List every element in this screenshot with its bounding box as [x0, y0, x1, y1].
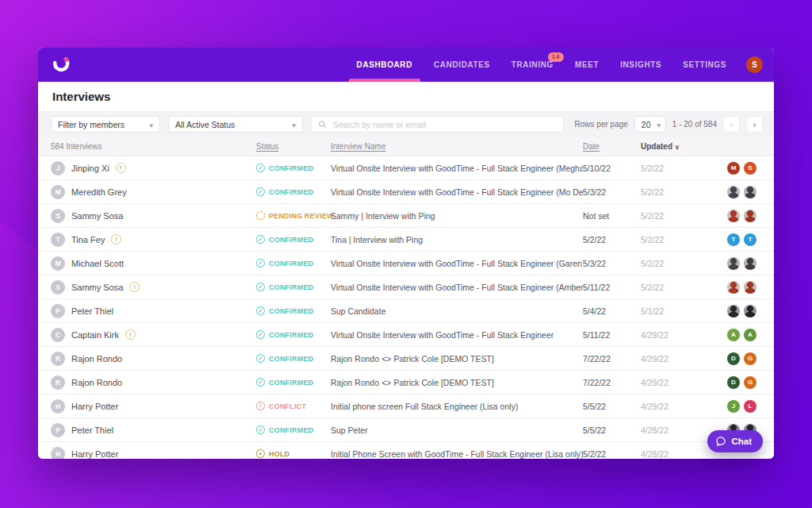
status-cell: CONFIRMED — [256, 283, 331, 291]
interviewer-avatars: J L — [716, 400, 756, 413]
nav-item[interactable]: CANDIDATES — [434, 48, 490, 82]
status-icon — [256, 354, 265, 363]
updated-date: 5/2/22 — [641, 283, 716, 292]
status-icon — [256, 211, 265, 220]
interviewer-avatars — [716, 186, 756, 198]
search-input[interactable] — [331, 119, 557, 130]
status-cell: CONFIRMED — [256, 164, 331, 172]
warning-icon — [111, 234, 121, 244]
interviewer-avatars: D G — [716, 352, 756, 365]
table-row[interactable]: M Michael Scott CONFIRMED Virtual Onsite… — [38, 252, 774, 275]
chat-button[interactable]: Chat — [707, 430, 763, 452]
status-label: PENDING REVIEW — [269, 212, 334, 220]
interview-name: Initial phone screen Full Stack Engineer… — [331, 402, 583, 411]
column-header-date[interactable]: Date — [583, 142, 641, 151]
table-row[interactable]: T Tina Fey CONFIRMED Tina | Interview wi… — [38, 228, 774, 252]
warning-icon — [125, 329, 136, 340]
candidate-name: Sammy Sosa — [71, 211, 123, 221]
nav-item[interactable]: MEET — [575, 48, 599, 82]
status-label: CONFIRMED — [269, 188, 313, 196]
interview-name: Sup Peter — [331, 425, 583, 435]
interview-name: Tina | Interview with Ping — [331, 235, 583, 244]
interview-date: 5/2/22 — [583, 449, 641, 459]
nav-item[interactable]: INSIGHTS — [620, 48, 661, 82]
interview-date: 5/10/22 — [583, 164, 641, 173]
updated-date: 5/2/22 — [641, 235, 716, 244]
table-row[interactable]: S Sammy Sosa PENDING REVIEW Sammy | Inte… — [38, 204, 774, 228]
user-avatar[interactable]: S — [746, 56, 763, 73]
interview-name: Virtual Onsite Interview with GoodTime -… — [331, 330, 583, 340]
status-label: CONFIRMED — [269, 260, 313, 267]
status-icon — [256, 283, 265, 291]
status-cell: CONFIRMED — [256, 378, 331, 387]
next-page-button[interactable]: › — [746, 116, 763, 133]
status-label: CONFIRMED — [269, 307, 313, 315]
table-row[interactable]: M Meredith Grey CONFIRMED Virtual Onsite… — [38, 180, 774, 204]
notification-badge: 14 — [548, 52, 564, 62]
candidate-avatar: P — [51, 304, 65, 318]
interviewer-avatar — [727, 186, 740, 198]
table-row[interactable]: R Rajon Rondo CONFIRMED Rajon Rondo <> P… — [38, 371, 774, 394]
interview-name: Initial Phone Screen with GoodTime - Ful… — [331, 449, 583, 459]
status-cell: CONFIRMED — [256, 235, 331, 244]
nav-item-label: MEET — [575, 60, 599, 69]
column-header-interview-name[interactable]: Interview Name — [331, 142, 583, 151]
table-row[interactable]: H Harry Potter CONFLICT Initial phone sc… — [38, 394, 774, 418]
interviewer-avatar — [727, 305, 740, 318]
rows-per-page-select[interactable]: 20 — [634, 116, 666, 133]
table-row[interactable]: C Captain Kirk CONFIRMED Virtual Onsite … — [38, 323, 774, 347]
nav-item[interactable]: TRAINING 14 — [511, 48, 553, 82]
updated-date: 5/2/22 — [641, 164, 716, 173]
updated-date: 4/29/22 — [641, 354, 716, 364]
nav-menu: DASHBOARD CANDIDATES TRAINING 14 MEET — [357, 48, 726, 82]
table-row[interactable]: R Rajon Rondo CONFIRMED Rajon Rondo <> P… — [38, 347, 774, 371]
column-header-updated[interactable]: Updated — [641, 142, 716, 151]
interview-date: 5/3/22 — [583, 187, 641, 197]
column-header-status[interactable]: Status — [256, 142, 331, 151]
table-row[interactable]: S Sammy Sosa CONFIRMED Virtual Onsite In… — [38, 275, 774, 299]
updated-date: 4/29/22 — [641, 378, 716, 387]
candidate-avatar: H — [51, 447, 65, 460]
status-cell: CONFIRMED — [256, 354, 331, 363]
status-cell: CONFIRMED — [256, 306, 331, 315]
table-row[interactable]: P Peter Thiel CONFIRMED Sup Candidate 5/… — [38, 299, 774, 323]
candidate-name: Meredith Grey — [71, 187, 127, 197]
rows-per-page-label: Rows per page — [575, 120, 628, 129]
candidate-avatar: H — [51, 399, 65, 414]
updated-date: 4/29/22 — [641, 402, 716, 411]
nav-item-label: INSIGHTS — [620, 60, 661, 69]
interviewer-avatar — [744, 281, 756, 294]
interviewer-avatar: A — [744, 329, 756, 341]
table-row[interactable]: J Jinping Xi CONFIRMED Virtual Onsite In… — [38, 156, 774, 180]
nav-item[interactable]: SETTINGS — [683, 48, 726, 82]
candidate-cell: H Harry Potter — [51, 447, 256, 460]
updated-date: 5/2/22 — [641, 187, 716, 197]
interviewer-avatar: M — [727, 162, 740, 175]
interviewer-avatar — [744, 186, 756, 198]
interview-table: J Jinping Xi CONFIRMED Virtual Onsite In… — [38, 156, 774, 459]
updated-date: 4/28/22 — [641, 425, 716, 435]
candidate-avatar: R — [51, 352, 65, 366]
goodtime-logo-icon[interactable] — [51, 55, 71, 75]
status-label: HOLD — [269, 450, 289, 458]
table-row[interactable]: H Harry Potter HOLD Initial Phone Screen… — [38, 442, 774, 459]
status-icon — [256, 330, 265, 339]
interviewer-avatars: M S — [716, 162, 756, 175]
nav-item-label: TRAINING — [511, 60, 553, 69]
nav-item-label: CANDIDATES — [434, 60, 490, 69]
status-label: CONFLICT — [269, 402, 306, 410]
member-filter-select[interactable]: Filter by members — [51, 116, 160, 133]
table-row[interactable]: P Peter Thiel CONFIRMED Sup Peter 5/5/22… — [38, 418, 774, 442]
status-icon — [256, 425, 265, 434]
rows-per-page-value: 20 — [642, 120, 651, 129]
candidate-name: Michael Scott — [71, 259, 124, 268]
interview-name: Virtual Onsite Interview with GoodTime -… — [331, 164, 583, 173]
status-filter-select[interactable]: All Active Status — [168, 116, 303, 133]
nav-item[interactable]: DASHBOARD — [357, 48, 412, 82]
chevron-down-icon — [143, 120, 153, 129]
interviewer-avatar: L — [744, 400, 756, 413]
prev-page-button[interactable]: ‹ — [723, 116, 740, 133]
interviewer-avatar — [744, 257, 756, 270]
updated-date: 5/2/22 — [641, 211, 716, 221]
interview-count: 584 Interviews — [51, 142, 256, 151]
